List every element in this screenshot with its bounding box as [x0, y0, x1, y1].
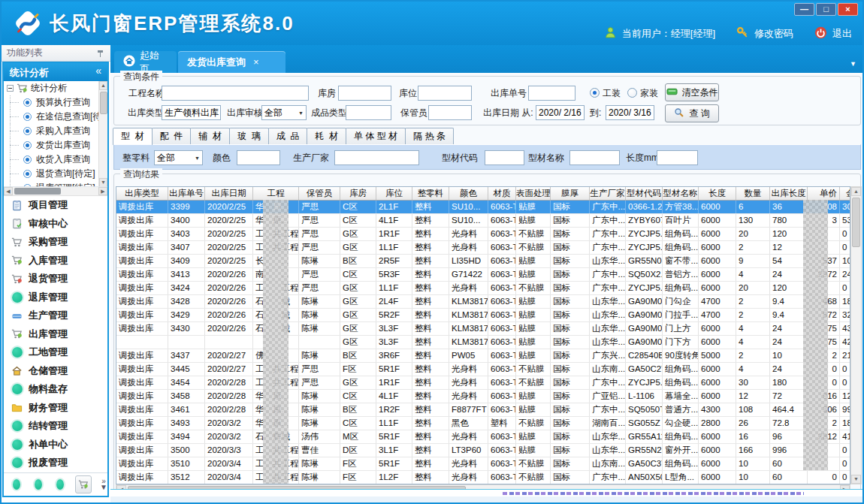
profile-name-input[interactable]	[569, 150, 620, 165]
table-row[interactable]: 调拨出库35002020/3/3工 共工程曹佳D区3L1F整料LT3P60606…	[116, 444, 850, 457]
grid-vertical-scrollbar[interactable]: ▲ ▼	[850, 186, 862, 484]
collapse-box-icon[interactable]	[7, 85, 14, 92]
stat-panel-header[interactable]: 统计分析 «	[4, 63, 107, 81]
table-row[interactable]: 调拨出库34542020/2/28工 共工程严思G区1R1F整料光身料6063-…	[116, 376, 850, 390]
module-button-icon[interactable]	[56, 479, 64, 490]
date-from-picker[interactable]: 2020/ 2/16▼	[536, 105, 585, 120]
column-header[interactable]: 出库类型	[116, 187, 168, 200]
tree-item[interactable]: 退货查询[待定]	[4, 167, 107, 181]
radio-gongzhuang-label[interactable]: 工装	[603, 86, 621, 101]
table-row[interactable]: 调拨出库34302020/2/26石 城陈琳G区3L3F整料KLM3817606…	[116, 322, 850, 336]
table-row[interactable]: 调拨出库34002020/2/25华 原...严思C区4L1F整料SU10...…	[116, 214, 850, 228]
table-row[interactable]: 调拨出库34372020/2/27佛 ...陈琳B区3R6F整料PW056063…	[116, 349, 850, 363]
logout-button[interactable]: 退出	[832, 27, 852, 41]
material-tab[interactable]: 隔 热 条	[405, 128, 454, 145]
search-button[interactable]: 查 询	[665, 104, 719, 122]
column-header[interactable]: 型材名称	[663, 187, 699, 200]
material-tab[interactable]: 玻 璃	[229, 128, 269, 145]
sidebar-menu-item[interactable]: 审核中心	[4, 215, 107, 234]
column-header[interactable]: 型材代码	[626, 187, 663, 200]
tab-list-chevron-icon[interactable]: ▼	[850, 60, 856, 68]
tree-item[interactable]: 在途信息查询[待	[4, 110, 107, 124]
scroll-thumb[interactable]	[100, 92, 107, 114]
table-row[interactable]: 调拨出库34942020/3/2石 辉城汤伟M区5R1F整料光身料6063-T5…	[116, 430, 850, 444]
clear-conditions-button[interactable]: 清空条件	[665, 83, 719, 101]
material-tab[interactable]: 配 件	[152, 128, 192, 145]
warehouse-input[interactable]	[338, 86, 391, 101]
column-header[interactable]: 膜厚	[551, 187, 590, 200]
sidebar-menu-item[interactable]: 入库管理	[4, 252, 107, 270]
table-row[interactable]: 调拨出库34292020/2/26石 城陈琳G区5R2F整料KLM3817606…	[116, 309, 850, 322]
maker-input[interactable]	[334, 150, 419, 165]
sidebar-menu-item[interactable]: 退库管理	[4, 288, 107, 307]
table-row[interactable]: 调拨出库34242020/2/26工 工程严思G区1L1F整料光身料6063-T…	[116, 282, 850, 295]
maximize-button[interactable]: □	[816, 3, 836, 16]
module-button-icon[interactable]	[13, 479, 20, 490]
sidebar-menu-item[interactable]: 财务管理	[4, 399, 107, 418]
column-header[interactable]: 长度	[699, 187, 736, 200]
table-row[interactable]: 调拨出库34612020/2/28华 原...陈琳B区1R2F整料F8877FT…	[116, 403, 850, 417]
scroll-down-icon[interactable]: ▼	[851, 475, 861, 484]
order-no-input[interactable]	[528, 86, 575, 101]
column-header[interactable]: 出库长度	[770, 187, 808, 200]
column-header[interactable]: 出库日期	[205, 187, 253, 200]
tree-item[interactable]: 收货入库查询	[4, 152, 107, 167]
tree-vertical-scrollbar[interactable]: ▲ ▼	[98, 81, 107, 187]
tree-horizontal-scrollbar[interactable]: ◀ ▶	[4, 187, 107, 196]
column-header[interactable]: 材质	[488, 187, 516, 200]
table-row[interactable]: 调拨出库34072020/2/25工 共工程严思G区1L1F整料光身料6063-…	[116, 241, 850, 255]
tab-shipment-query[interactable]: 发货出库查询 ×	[178, 51, 285, 73]
scroll-thumb[interactable]	[852, 198, 860, 247]
close-button[interactable]: ×	[838, 3, 858, 16]
module-button-icon[interactable]	[35, 479, 42, 490]
material-tab[interactable]: 成 品	[268, 128, 308, 145]
sidebar-menu-item[interactable]: 报废管理	[4, 454, 107, 472]
minimize-button[interactable]: —	[794, 3, 814, 16]
scroll-up-icon[interactable]: ▲	[99, 81, 107, 90]
sidebar-menu-item[interactable]: 退货管理	[4, 270, 107, 288]
table-row[interactable]: 调拨出库34932020/3/2华 原...陈琳C区1L1F整料黑色塑料不贴膜国…	[116, 417, 850, 430]
scroll-right-icon[interactable]: ▶	[98, 187, 107, 195]
column-header[interactable]: 出库单号	[168, 187, 205, 200]
location-input[interactable]	[418, 86, 472, 101]
material-tab[interactable]: 单 体 型 材	[346, 128, 406, 145]
table-row[interactable]: 调拨出库35102020/3/4工 共工程陈琳F区5R1F整料光身料6063-T…	[116, 457, 850, 471]
table-row[interactable]: 调拨出库35122020/3/4工 共工程陈琳F区1L2F整料光身料6063-T…	[116, 471, 850, 484]
collapse-icon[interactable]: «	[95, 65, 101, 77]
tab-close-icon[interactable]: ×	[253, 56, 259, 68]
table-row[interactable]: 调拨出库34452020/2/27工 共工程严思F区5R1F整料光身料6063-…	[116, 363, 850, 376]
column-header[interactable]: 保管员	[299, 187, 340, 200]
sidebar-menu-item[interactable]: 采购管理	[4, 233, 107, 252]
length-input[interactable]	[657, 150, 698, 165]
tab-home[interactable]: 起始页	[114, 51, 177, 73]
tree-item[interactable]: 采购入库查询	[4, 124, 107, 138]
scroll-left-icon[interactable]: ◀	[4, 187, 13, 195]
cart-module-button[interactable]	[75, 475, 92, 493]
radio-gongzhuang[interactable]	[590, 88, 600, 98]
tree-item[interactable]: 发货出库查询	[4, 138, 107, 152]
audit-select[interactable]: 全部▼	[261, 105, 307, 120]
column-header[interactable]: 整零料	[412, 187, 449, 200]
column-header[interactable]: 库房	[340, 187, 376, 200]
sidebar-menu-item[interactable]: 出库管理	[4, 325, 107, 344]
material-tab[interactable]: 型 材	[113, 128, 153, 145]
part-select[interactable]: 全部▼	[154, 150, 203, 165]
sidebar-menu-item[interactable]: 工地管理	[4, 343, 107, 362]
sidebar-menu-item[interactable]: 仓储管理	[4, 362, 107, 381]
keeper-input[interactable]	[428, 105, 472, 120]
column-header[interactable]: 生产厂家	[590, 187, 626, 200]
material-tab[interactable]: 耗 材	[307, 128, 346, 145]
material-tab[interactable]: 辅 材	[190, 128, 230, 145]
column-header[interactable]: 库位	[376, 187, 412, 200]
column-header[interactable]: 单价	[808, 187, 840, 200]
date-to-picker[interactable]: 2020/ 3/16▼	[606, 105, 654, 120]
scroll-up-icon[interactable]: ▲	[851, 187, 861, 196]
project-name-input[interactable]	[162, 86, 309, 101]
table-row[interactable]: G区3L3F整料KLM38176063-T5贴膜国标山东华...GA90M09.…	[116, 336, 850, 349]
color-input[interactable]	[237, 150, 280, 165]
sidebar-menu-item[interactable]: 项目管理	[4, 196, 107, 215]
column-header[interactable]: 工程	[253, 187, 299, 200]
sidebar-menu-item[interactable]: 补单中心	[4, 436, 107, 454]
table-row[interactable]: 调拨出库34032020/2/25工 共工程严思G区1R1F整料光身料6063-…	[116, 228, 850, 241]
sidebar-menu-item[interactable]: 物料盘存	[4, 380, 107, 399]
